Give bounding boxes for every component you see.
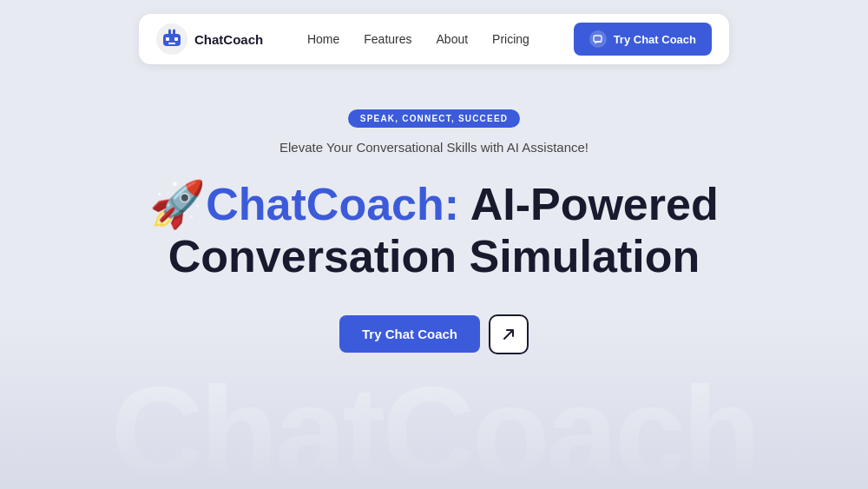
- external-link-icon: [500, 326, 517, 343]
- logo: ChatCoach: [156, 23, 263, 55]
- svg-rect-9: [594, 36, 602, 42]
- logo-text: ChatCoach: [194, 32, 263, 47]
- logo-icon: [156, 23, 187, 55]
- svg-rect-3: [174, 37, 178, 41]
- nav-features[interactable]: Features: [364, 32, 411, 46]
- hero-subtitle: Elevate Your Conversational Skills with …: [279, 140, 589, 155]
- hero-title: 🚀ChatCoach: AI-Powered Conversation Simu…: [0, 179, 868, 283]
- navbar-cta-label: Try Chat Coach: [614, 33, 696, 46]
- svg-point-7: [168, 30, 171, 32]
- nav-pricing[interactable]: Pricing: [492, 32, 529, 46]
- cta-icon: [589, 30, 607, 48]
- hero-cta-button[interactable]: Try Chat Coach: [339, 315, 480, 353]
- nav-about[interactable]: About: [437, 32, 469, 46]
- hero-badge: SPEAK, CONNECT, SUCCEED: [348, 109, 520, 128]
- watermark-text: ChatCoach: [110, 359, 757, 489]
- external-link-button[interactable]: [489, 314, 529, 354]
- nav-home[interactable]: Home: [307, 32, 339, 46]
- navbar: ChatCoach Home Features About Pricing Tr…: [139, 14, 729, 64]
- hero-section: SPEAK, CONNECT, SUCCEED Elevate Your Con…: [0, 78, 868, 354]
- svg-rect-4: [168, 43, 175, 44]
- navbar-cta-button[interactable]: Try Chat Coach: [574, 23, 712, 56]
- hero-buttons: Try Chat Coach: [339, 314, 529, 354]
- chat-icon: [593, 35, 602, 44]
- hero-title-emoji: 🚀: [149, 179, 206, 229]
- svg-point-8: [173, 30, 175, 32]
- svg-rect-2: [166, 37, 169, 41]
- nav-links: Home Features About Pricing: [307, 32, 529, 46]
- hero-title-brand: ChatCoach:: [206, 179, 459, 229]
